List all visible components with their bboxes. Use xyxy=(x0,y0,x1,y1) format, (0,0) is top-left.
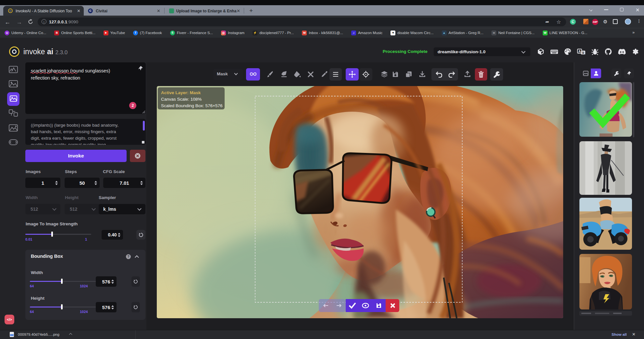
svg-text:A: A xyxy=(578,50,581,53)
svg-text:文: 文 xyxy=(581,51,585,55)
svg-text:Scaled Bounding Box: 576×576: Scaled Bounding Box: 576×576 xyxy=(161,103,223,108)
svg-text:Active Layer: Mask: Active Layer: Mask xyxy=(161,90,201,95)
svg-text:Canvas Scale: 108%: Canvas Scale: 108% xyxy=(161,97,202,102)
